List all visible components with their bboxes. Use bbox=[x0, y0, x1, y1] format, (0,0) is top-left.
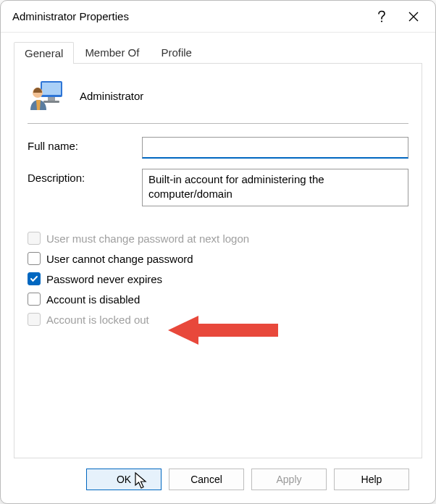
tab-general[interactable]: General bbox=[14, 42, 74, 64]
help-action-button[interactable]: Help bbox=[334, 469, 409, 490]
titlebar: Administrator Properties bbox=[1, 1, 435, 33]
window-title: Administrator Properties bbox=[12, 10, 366, 22]
tab-strip: General Member Of Profile bbox=[14, 41, 422, 63]
full-name-label: Full name: bbox=[28, 137, 142, 152]
checkbox-icon bbox=[28, 313, 41, 326]
checkbox-cannot-change-password[interactable]: User cannot change password bbox=[28, 252, 408, 265]
checkbox-label: Account is disabled bbox=[46, 293, 140, 306]
checkbox-password-never-expires[interactable]: Password never expires bbox=[28, 272, 408, 285]
description-label: Description: bbox=[28, 169, 142, 184]
checkbox-account-locked-out: Account is locked out bbox=[28, 313, 408, 326]
svg-point-0 bbox=[381, 20, 382, 22]
svg-rect-2 bbox=[42, 83, 61, 95]
checkbox-icon bbox=[28, 252, 41, 265]
svg-rect-4 bbox=[43, 101, 59, 103]
button-bar: OK Cancel Apply Help bbox=[14, 458, 422, 503]
full-name-input[interactable] bbox=[142, 137, 408, 159]
checkbox-label: User cannot change password bbox=[46, 253, 193, 265]
user-header: Administrator bbox=[28, 75, 408, 123]
help-button[interactable] bbox=[366, 2, 398, 31]
ok-button[interactable]: OK bbox=[86, 469, 162, 490]
close-icon bbox=[408, 12, 419, 22]
checkbox-label: Password never expires bbox=[46, 273, 162, 285]
apply-button[interactable]: Apply bbox=[251, 469, 327, 490]
tab-profile[interactable]: Profile bbox=[150, 41, 203, 63]
checkbox-must-change-password: User must change password at next logon bbox=[28, 232, 408, 245]
description-input[interactable] bbox=[142, 169, 408, 206]
user-display-name: Administrator bbox=[80, 90, 143, 102]
separator bbox=[28, 123, 408, 124]
row-full-name: Full name: bbox=[28, 137, 408, 159]
content-area: General Member Of Profile Administrator bbox=[1, 33, 435, 503]
tab-panel-general: Administrator Full name: Description: bbox=[14, 63, 422, 458]
user-account-icon bbox=[29, 78, 64, 113]
tab-member-of[interactable]: Member Of bbox=[74, 41, 150, 63]
close-button[interactable] bbox=[398, 2, 429, 31]
checkbox-icon bbox=[28, 232, 41, 245]
svg-rect-3 bbox=[48, 97, 55, 101]
cancel-button[interactable]: Cancel bbox=[169, 469, 244, 490]
help-icon bbox=[377, 10, 386, 23]
row-description: Description: bbox=[28, 169, 408, 209]
dialog-window: Administrator Properties General Member … bbox=[0, 0, 436, 504]
checkbox-account-is-disabled[interactable]: Account is disabled bbox=[28, 293, 408, 306]
checkbox-label: Account is locked out bbox=[46, 314, 149, 326]
checkbox-label: User must change password at next logon bbox=[46, 232, 249, 245]
checkbox-icon bbox=[28, 272, 41, 285]
checkbox-icon bbox=[28, 293, 41, 306]
